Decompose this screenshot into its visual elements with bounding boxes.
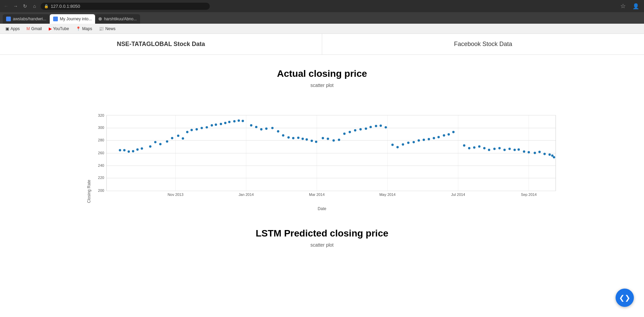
svg-point-79 bbox=[379, 124, 382, 127]
svg-point-28 bbox=[119, 149, 121, 151]
svg-point-63 bbox=[297, 137, 299, 139]
svg-point-102 bbox=[503, 149, 506, 151]
svg-point-92 bbox=[447, 133, 450, 136]
svg-point-107 bbox=[528, 151, 530, 153]
nav-facebook[interactable]: Facebook Stock Data bbox=[322, 34, 644, 54]
svg-point-58 bbox=[271, 127, 273, 129]
svg-point-35 bbox=[154, 141, 156, 143]
actual-price-chart: Closing Rate 200 220 240 260 280 300 320 bbox=[85, 95, 559, 203]
svg-text:May 2014: May 2014 bbox=[379, 193, 395, 197]
forward-button[interactable]: → bbox=[12, 3, 19, 9]
svg-text:220: 220 bbox=[98, 176, 104, 180]
svg-point-73 bbox=[349, 131, 351, 133]
news-icon: 📰 bbox=[99, 26, 104, 31]
svg-point-46 bbox=[210, 124, 213, 127]
svg-point-33 bbox=[140, 148, 143, 150]
svg-point-40 bbox=[182, 137, 184, 140]
svg-point-82 bbox=[396, 146, 399, 149]
svg-point-32 bbox=[136, 149, 138, 151]
address-bar[interactable]: 🔒 127.0.0.1:8050 bbox=[41, 3, 210, 10]
floating-nav-button[interactable]: ❮❯ bbox=[616, 289, 634, 307]
svg-point-78 bbox=[375, 125, 377, 127]
svg-point-59 bbox=[277, 130, 279, 133]
bookmark-star[interactable]: ☆ bbox=[618, 2, 628, 10]
svg-point-111 bbox=[548, 153, 551, 156]
svg-point-50 bbox=[228, 121, 230, 123]
svg-point-42 bbox=[190, 129, 193, 131]
svg-point-48 bbox=[220, 123, 222, 125]
url-text: 127.0.0.1:8050 bbox=[51, 4, 80, 9]
x-axis-label: Date bbox=[0, 206, 644, 211]
svg-text:320: 320 bbox=[98, 113, 104, 117]
svg-point-98 bbox=[483, 147, 485, 150]
tabs-bar: awslabs/handwri... My Journey into... ha… bbox=[0, 12, 644, 24]
svg-point-64 bbox=[301, 138, 304, 140]
tab-harshtikuu[interactable]: harshtikuu/Abno... bbox=[95, 14, 140, 24]
svg-point-60 bbox=[282, 134, 284, 137]
browser-chrome: ← → ↻ ⌂ 🔒 127.0.0.1:8050 ☆ 👤 awslabs/han… bbox=[0, 0, 644, 24]
svg-point-39 bbox=[177, 135, 179, 137]
chart-svg: 200 220 240 260 280 300 320 bbox=[95, 95, 559, 203]
tab-favicon-awslabs bbox=[6, 17, 11, 21]
y-axis-label: Closing Rate bbox=[85, 95, 95, 203]
svg-point-96 bbox=[473, 146, 475, 149]
svg-point-71 bbox=[338, 139, 340, 141]
tab-myjourney[interactable]: My Journey into... bbox=[50, 14, 95, 24]
tab-awslabs[interactable]: awslabs/handwri... bbox=[3, 14, 50, 24]
bookmark-youtube[interactable]: ▶ YouTube bbox=[46, 26, 72, 32]
svg-point-88 bbox=[427, 138, 430, 140]
lstm-section: LSTM Predicted closing price scatter plo… bbox=[0, 218, 644, 261]
svg-point-74 bbox=[354, 129, 356, 132]
svg-point-95 bbox=[468, 147, 470, 150]
svg-point-44 bbox=[200, 127, 203, 129]
gmail-label: Gmail bbox=[31, 26, 42, 31]
news-label: News bbox=[105, 26, 115, 31]
apps-icon: ▣ bbox=[5, 26, 9, 31]
svg-point-36 bbox=[159, 143, 161, 145]
bookmark-gmail[interactable]: M Gmail bbox=[24, 26, 44, 32]
svg-text:280: 280 bbox=[98, 138, 104, 142]
svg-text:260: 260 bbox=[98, 151, 104, 155]
nav-arrows-icon: ❮❯ bbox=[619, 294, 630, 302]
home-button[interactable]: ⌂ bbox=[31, 3, 38, 9]
svg-point-61 bbox=[287, 136, 290, 139]
svg-point-34 bbox=[149, 145, 151, 148]
actual-price-section: Actual closing price scatter plot Closin… bbox=[0, 62, 644, 218]
svg-point-105 bbox=[517, 149, 520, 151]
svg-point-70 bbox=[332, 139, 335, 142]
svg-point-69 bbox=[327, 138, 329, 140]
bookmarks-bar: ▣ Apps M Gmail ▶ YouTube 📍 Maps 📰 News bbox=[0, 24, 644, 34]
actual-price-title: Actual closing price bbox=[0, 68, 644, 79]
page-nav: NSE-TATAGLOBAL Stock Data Facebook Stock… bbox=[0, 34, 644, 55]
svg-point-99 bbox=[488, 149, 490, 151]
back-button[interactable]: ← bbox=[3, 3, 9, 9]
reload-button[interactable]: ↻ bbox=[22, 3, 28, 9]
svg-point-106 bbox=[523, 150, 525, 153]
profile-icon[interactable]: 👤 bbox=[630, 3, 641, 9]
svg-point-45 bbox=[205, 126, 208, 129]
svg-point-54 bbox=[250, 124, 252, 127]
svg-point-72 bbox=[343, 133, 346, 135]
svg-point-47 bbox=[215, 123, 217, 126]
svg-point-43 bbox=[195, 128, 198, 131]
svg-text:Jan 2014: Jan 2014 bbox=[238, 193, 253, 197]
lstm-title: LSTM Predicted closing price bbox=[0, 228, 644, 239]
bookmark-news[interactable]: 📰 News bbox=[96, 26, 118, 32]
svg-point-38 bbox=[171, 137, 173, 139]
svg-point-31 bbox=[132, 150, 134, 152]
apps-label: Apps bbox=[10, 26, 20, 31]
svg-point-56 bbox=[260, 128, 262, 131]
svg-point-68 bbox=[321, 137, 324, 139]
svg-point-97 bbox=[478, 145, 480, 148]
bookmark-maps[interactable]: 📍 Maps bbox=[73, 26, 95, 32]
svg-point-110 bbox=[543, 153, 546, 155]
svg-text:200: 200 bbox=[98, 188, 104, 193]
svg-point-112 bbox=[551, 154, 553, 157]
bookmark-apps[interactable]: ▣ Apps bbox=[3, 26, 22, 32]
svg-point-30 bbox=[127, 150, 130, 153]
tab-favicon-myjourney bbox=[53, 17, 58, 21]
svg-point-108 bbox=[533, 152, 536, 154]
youtube-label: YouTube bbox=[53, 26, 69, 31]
gmail-icon: M bbox=[26, 26, 30, 31]
nav-nse[interactable]: NSE-TATAGLOBAL Stock Data bbox=[0, 34, 322, 54]
